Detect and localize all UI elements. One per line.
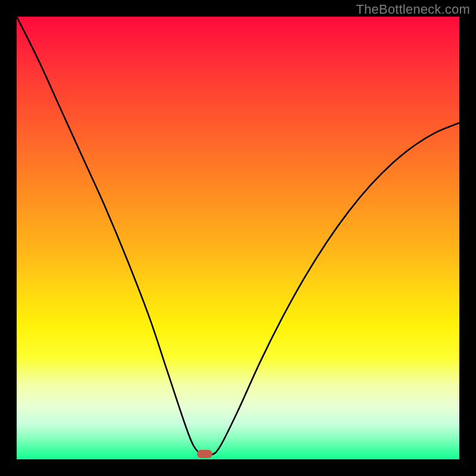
- chart-frame: TheBottleneck.com: [0, 0, 476, 476]
- optimal-marker: [197, 450, 212, 458]
- bottleneck-curve: [17, 17, 459, 456]
- curve-layer: [17, 17, 459, 459]
- watermark-text: TheBottleneck.com: [356, 2, 470, 17]
- plot-area: [17, 17, 459, 459]
